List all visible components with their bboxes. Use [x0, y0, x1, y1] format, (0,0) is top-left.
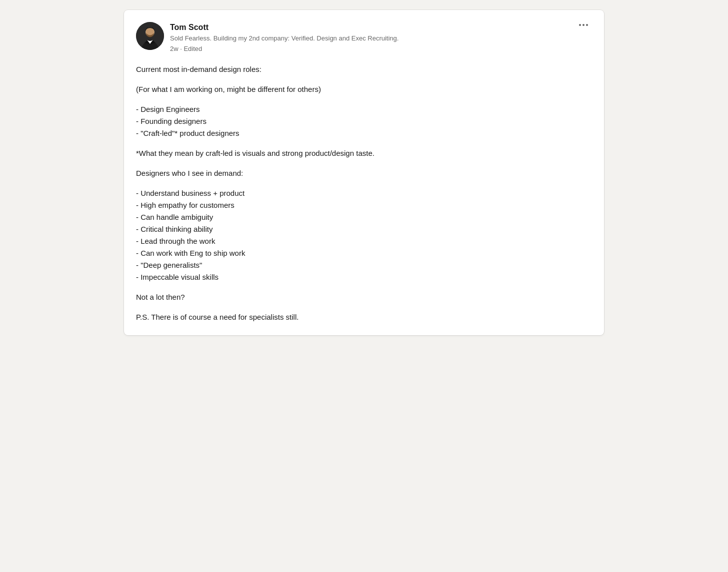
list-item-11: - Impeccable visual skills — [136, 273, 218, 281]
paragraph-6: P.S. There is of course a need for speci… — [136, 311, 592, 323]
paragraph-4: Designers who I see in demand: — [136, 167, 592, 179]
dot3 — [586, 24, 588, 26]
list-item-2: - Founding designers — [136, 117, 206, 125]
paragraph-1: Current most in-demand design roles: — [136, 63, 592, 75]
dot1 — [579, 24, 581, 26]
list-item-3: - "Craft-led"* product designers — [136, 129, 240, 137]
list-item-6: - Can handle ambiguity — [136, 213, 213, 221]
post-header: Tom Scott Sold Fearless. Building my 2nd… — [136, 22, 592, 53]
author-name: Tom Scott — [170, 22, 398, 33]
paragraph-2: (For what I am working on, might be diff… — [136, 83, 592, 95]
post-content: Current most in-demand design roles: (Fo… — [136, 63, 592, 323]
list-2: - Understand business + product - High e… — [136, 187, 592, 283]
post-meta: 2w · Edited — [170, 44, 398, 53]
author-section: Tom Scott Sold Fearless. Building my 2nd… — [136, 22, 398, 53]
more-options-button[interactable] — [575, 22, 592, 28]
avatar — [136, 22, 164, 50]
dot2 — [582, 24, 584, 26]
list-item-4: - Understand business + product — [136, 189, 244, 197]
list-item-10: - "Deep generalists" — [136, 261, 202, 269]
list-1: - Design Engineers - Founding designers … — [136, 103, 592, 139]
list-item-9: - Can work with Eng to ship work — [136, 249, 245, 257]
author-tagline: Sold Fearless. Building my 2nd company: … — [170, 34, 398, 43]
list-item-8: - Lead through the work — [136, 237, 215, 245]
paragraph-5: Not a lot then? — [136, 291, 592, 303]
author-info: Tom Scott Sold Fearless. Building my 2nd… — [170, 22, 398, 53]
paragraph-3: *What they mean by craft-led is visuals … — [136, 147, 592, 159]
list-item-7: - Critical thinking ability — [136, 225, 212, 233]
post-card: Tom Scott Sold Fearless. Building my 2nd… — [124, 10, 604, 335]
list-item-5: - High empathy for customers — [136, 201, 234, 209]
list-item-1: - Design Engineers — [136, 105, 200, 113]
